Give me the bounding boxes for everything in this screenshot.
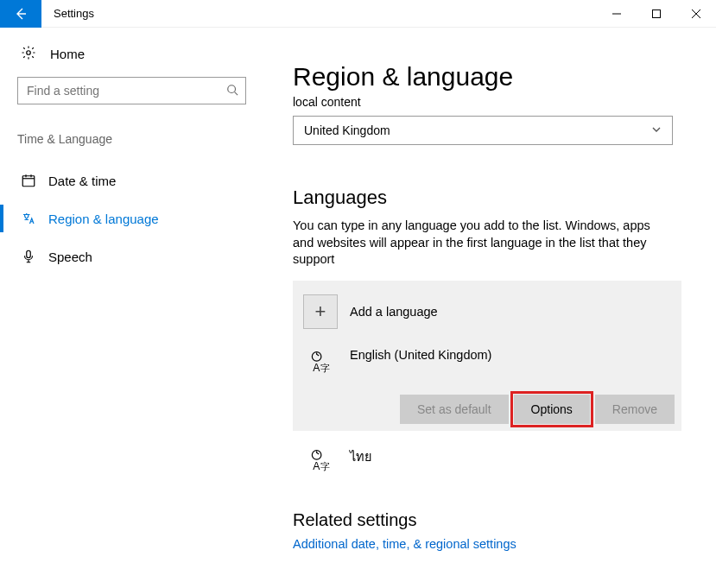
svg-rect-7 [22, 176, 35, 187]
microphone-icon [21, 249, 36, 264]
svg-point-5 [228, 85, 236, 92]
additional-settings-link[interactable]: Additional date, time, & regional settin… [293, 537, 681, 551]
search-input[interactable] [25, 83, 226, 98]
svg-point-4 [27, 51, 31, 55]
sidebar-item-label: Region & language [48, 212, 159, 226]
main-content: Region & language local content United K… [263, 28, 716, 588]
maximize-icon [652, 9, 661, 18]
sidebar-item-speech[interactable]: Speech [17, 237, 246, 275]
options-button[interactable]: Options [514, 395, 590, 424]
languages-panel: + Add a language A 字 English (United Kin… [293, 281, 681, 431]
local-content-dropdown[interactable]: United Kingdom [293, 116, 673, 145]
sidebar-item-date-time[interactable]: Date & time [17, 161, 246, 199]
add-language-row[interactable]: + Add a language [300, 288, 675, 341]
clock-icon [21, 173, 36, 188]
back-arrow-icon [14, 7, 28, 21]
chevron-down-icon [651, 123, 662, 137]
close-icon [692, 9, 700, 18]
language-row-thai[interactable]: A 字 ไทย [293, 446, 681, 472]
home-button[interactable]: Home [17, 45, 246, 63]
window-title: Settings [41, 0, 94, 28]
language-actions: Set as default Options Remove [300, 395, 675, 424]
home-label: Home [50, 47, 85, 61]
remove-button[interactable]: Remove [595, 395, 675, 424]
related-settings-heading: Related settings [293, 510, 681, 530]
titlebar: Settings [0, 0, 716, 28]
svg-line-6 [235, 92, 238, 95]
dropdown-value: United Kingdom [304, 123, 390, 137]
minimize-button[interactable] [597, 0, 637, 28]
svg-text:A: A [313, 459, 320, 471]
maximize-button[interactable] [637, 0, 676, 28]
search-box[interactable] [17, 77, 246, 104]
add-language-label: Add a language [350, 305, 438, 319]
gear-icon [21, 45, 36, 63]
svg-text:A: A [313, 361, 320, 373]
languages-heading: Languages [293, 187, 681, 209]
search-icon [226, 84, 238, 98]
languages-description: You can type in any language you add to … [293, 218, 673, 269]
svg-rect-11 [27, 250, 31, 257]
set-default-button[interactable]: Set as default [400, 395, 509, 424]
svg-rect-1 [653, 9, 661, 17]
language-icon [21, 211, 36, 226]
sidebar-item-label: Date & time [48, 174, 116, 188]
language-name: English (United Kingdom) [350, 348, 491, 362]
page-title: Region & language [293, 62, 681, 92]
sidebar-item-region-language[interactable]: Region & language [17, 199, 246, 237]
language-name: ไทย [350, 446, 371, 466]
add-language-button[interactable]: + [303, 294, 338, 329]
plus-icon: + [315, 300, 326, 323]
sidebar: Home Time & Language Date & time Region … [0, 28, 263, 588]
close-button[interactable] [676, 0, 716, 28]
language-row-selected[interactable]: A 字 English (United Kingdom) [300, 341, 675, 381]
minimize-icon [612, 9, 621, 18]
sidebar-item-label: Speech [48, 250, 92, 264]
language-glyph-icon: A 字 [303, 446, 338, 472]
category-header: Time & Language [17, 132, 246, 146]
local-content-label: local content [293, 95, 681, 109]
svg-text:字: 字 [320, 460, 330, 471]
language-glyph-icon: A 字 [303, 348, 338, 374]
svg-text:字: 字 [320, 362, 330, 372]
back-button[interactable] [0, 0, 41, 28]
